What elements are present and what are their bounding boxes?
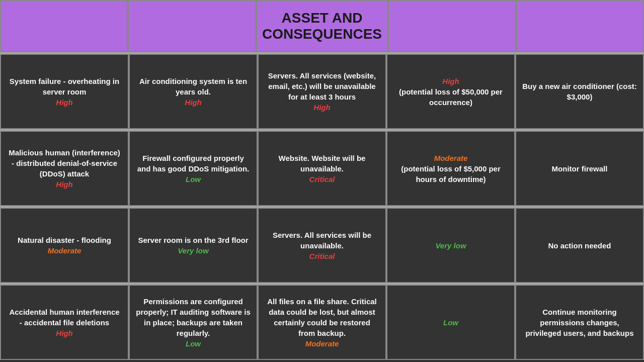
cell-vulnerability-0: Air conditioning system is ten years old… (129, 54, 258, 129)
cell-asset-0: Servers. All services (website, email, e… (258, 54, 386, 129)
cell-solution-1: Monitor firewall (515, 131, 644, 206)
header-asset: ASSET ANDCONSEQUENCES (256, 0, 388, 52)
header-threat (0, 0, 128, 52)
cell-solution-2: No action needed (515, 208, 644, 283)
vulnerability-severity: Very low (178, 245, 208, 256)
table-header: ASSET ANDCONSEQUENCES (0, 0, 644, 52)
cell-asset-2: Servers. All services will be unavailabl… (258, 208, 386, 283)
threat-text: Accidental human interference - accident… (7, 307, 122, 328)
header-risk (388, 0, 516, 52)
threat-text: System failure - overheating in server r… (7, 76, 122, 97)
risk-extra: (potential loss of $50,000 per occurrenc… (393, 86, 508, 108)
table-row: Accidental human interference - accident… (0, 283, 644, 360)
vulnerability-text: Server room is on the 3rd floor (138, 235, 248, 245)
solution-text: Continue monitoring permissions changes,… (522, 307, 637, 338)
table-row: Malicious human (interference) - distrib… (0, 129, 644, 206)
threat-severity: High (56, 179, 72, 190)
threat-text: Natural disaster - flooding (18, 235, 111, 245)
vulnerability-text: Air conditioning system is ten years old… (136, 76, 251, 97)
solution-text: Buy a new air conditioner (cost: $3,000) (522, 81, 637, 102)
cell-risk-2: Very low (386, 208, 515, 283)
table-row: System failure - overheating in server r… (0, 52, 644, 129)
risk-severity: Moderate (434, 153, 468, 163)
risk-severity: Low (443, 317, 458, 328)
threat-text: Malicious human (interference) - distrib… (7, 147, 122, 179)
threat-severity: High (56, 97, 72, 108)
table-row: Natural disaster - floodingModerateServe… (0, 206, 644, 283)
threat-severity: High (56, 328, 72, 338)
asset-severity: Critical (309, 251, 335, 261)
asset-severity: High (313, 102, 330, 113)
asset-severity: Moderate (305, 338, 339, 349)
cell-asset-1: Website. Website will be unavailable.Cri… (258, 131, 386, 206)
cell-vulnerability-3: Permissions are configured properly; IT … (129, 285, 258, 360)
cell-asset-3: All files on a file share. Critical data… (258, 285, 386, 360)
cell-risk-3: Low (386, 285, 515, 360)
cell-solution-0: Buy a new air conditioner (cost: $3,000) (515, 54, 644, 129)
risk-severity: High (442, 76, 459, 86)
asset-text: All files on a file share. Critical data… (265, 296, 379, 338)
header-solution (516, 0, 644, 52)
asset-text: Website. Website will be unavailable. (265, 153, 379, 174)
asset-text: Servers. All services (website, email, e… (265, 70, 379, 102)
cell-vulnerability-2: Server room is on the 3rd floorVery low (129, 208, 258, 283)
cell-threat-1: Malicious human (interference) - distrib… (0, 131, 129, 206)
cell-risk-1: Moderate(potential loss of $5,000 per ho… (386, 131, 515, 206)
table-body: System failure - overheating in server r… (0, 52, 644, 360)
risk-extra: (potential loss of $5,000 per hours of d… (393, 163, 508, 185)
solution-text: Monitor firewall (552, 163, 608, 174)
cell-vulnerability-1: Firewall configured properly and has goo… (129, 131, 258, 206)
asset-severity: Critical (309, 174, 335, 185)
header-vulnerability (128, 0, 256, 52)
vulnerability-severity: High (185, 97, 201, 108)
vulnerability-severity: Low (186, 174, 201, 185)
cell-threat-2: Natural disaster - floodingModerate (0, 208, 129, 283)
cell-threat-3: Accidental human interference - accident… (0, 285, 129, 360)
cell-solution-3: Continue monitoring permissions changes,… (515, 285, 644, 360)
asset-text: Servers. All services will be unavailabl… (265, 230, 379, 251)
risk-severity: Very low (435, 240, 466, 251)
header-asset-label: ASSET ANDCONSEQUENCES (262, 10, 382, 42)
cell-threat-0: System failure - overheating in server r… (0, 54, 129, 129)
cell-risk-0: High(potential loss of $50,000 per occur… (386, 54, 515, 129)
solution-text: No action needed (548, 240, 611, 251)
vulnerability-severity: Low (186, 338, 201, 349)
vulnerability-text: Firewall configured properly and has goo… (136, 153, 251, 174)
threat-severity: Moderate (48, 245, 82, 256)
vulnerability-text: Permissions are configured properly; IT … (136, 296, 251, 338)
